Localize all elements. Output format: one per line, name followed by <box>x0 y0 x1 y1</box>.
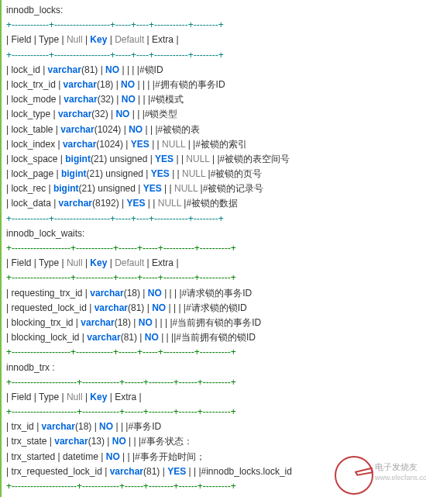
table-row: | lock_data | varchar(8192) | YES | | NU… <box>6 196 421 211</box>
code-line: +-------------------+------------+------… <box>6 345 421 360</box>
table-row: | lock_trx_id | varchar(18) | NO | | | |… <box>6 78 421 92</box>
table-row: | trx_id | varchar(18) | NO | | |#事务ID <box>6 419 421 434</box>
code-line: +---------------------+------------+----… <box>6 405 421 419</box>
code-line: +-------------------+------------+------… <box>6 241 421 256</box>
table-row: | requesting_trx_id | varchar(18) | NO |… <box>6 286 421 301</box>
table-row: | lock_mode | varchar(32) | NO | | |#锁模式 <box>6 92 421 107</box>
code-line: +------------+------------------+-----+-… <box>6 212 421 226</box>
table-header: | Field | Type | Null | Key | Default | … <box>6 256 421 271</box>
table-row: | lock_rec | bigint(21) unsigned | YES |… <box>6 181 421 196</box>
table-row: | lock_space | bigint(21) unsigned | YES… <box>6 152 421 167</box>
table-row: | lock_table | varchar(1024) | NO | | |#… <box>6 123 421 137</box>
table-row: | blocking_lock_id | varchar(81) | NO | … <box>6 330 421 345</box>
table-row: | trx_started | datetime | NO | | |#事务开始… <box>6 450 421 464</box>
table-row: | lock_page | bigint(21) unsigned | YES … <box>6 167 421 181</box>
table-row: | requested_lock_id | varchar(81) | NO |… <box>6 301 421 316</box>
table-row: | trx_requested_lock_id | varchar(81) | … <box>6 464 421 479</box>
table-header: | Field | Type | Null | Key | Extra | <box>6 390 421 405</box>
code-line: +---------------------+------------+----… <box>6 375 421 390</box>
table-name: innodb_locks: <box>6 3 421 18</box>
table-name: innodb_trx : <box>6 361 421 375</box>
code-line: +------------+------------------+-----+-… <box>6 48 421 63</box>
code-line: +-------------------+------------+------… <box>6 271 421 285</box>
document-content: innodb_locks:+------------+-------------… <box>0 0 426 497</box>
code-line: +---------------------+------------+----… <box>6 479 421 494</box>
table-name: innodb_lock_waits: <box>6 226 421 241</box>
table-row: | lock_type | varchar(32) | NO | | |#锁类型 <box>6 107 421 122</box>
table-row: | lock_index | varchar(1024) | YES | | N… <box>6 137 421 152</box>
table-row: | blocking_trx_id | varchar(18) | NO | |… <box>6 316 421 330</box>
table-row: | lock_id | varchar(81) | NO | | | |#锁ID <box>6 63 421 78</box>
table-header: | Field | Type | Null | Key | Default | … <box>6 33 421 47</box>
code-line: +------------+------------------+-----+-… <box>6 18 421 33</box>
table-row: | trx_state | varchar(13) | NO | | |#事务状… <box>6 434 421 449</box>
